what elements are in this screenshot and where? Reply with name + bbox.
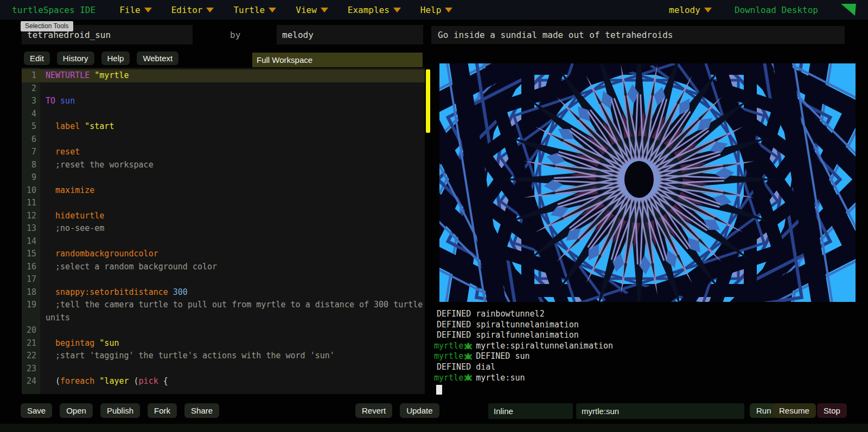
code-text: ;no-see-em [40, 222, 425, 235]
graphics-canvas-svg [439, 63, 856, 302]
line-number: 16 [22, 261, 40, 274]
editor-scrollbar[interactable] [426, 69, 430, 133]
fork-button[interactable]: Fork [148, 403, 177, 418]
code-line[interactable]: 18 snappy:setorbitdistance 300 [22, 286, 425, 299]
tab-edit[interactable]: Edit [24, 51, 50, 65]
tab-webtext[interactable]: Webtext [137, 51, 178, 65]
code-line[interactable]: 13 ;no-see-em [22, 222, 425, 235]
inline-mode-select[interactable]: Inline [488, 403, 573, 419]
save-button[interactable]: Save [21, 403, 52, 418]
turtle-icon [464, 353, 473, 360]
author-input[interactable] [277, 25, 423, 44]
code-text [40, 273, 425, 286]
console-text: DEFINED spiraltunnelanimation [437, 320, 579, 331]
description-input[interactable] [431, 26, 845, 44]
workspace-selector[interactable]: Full Workspace [252, 53, 423, 67]
console-line: myrtleDEFINED sun [434, 351, 857, 362]
turtle-prompt: myrtle [434, 373, 463, 384]
code-text: ;tell the camera turtle to pull out from… [40, 299, 425, 324]
menu-editor[interactable]: Editor [171, 5, 214, 15]
file-actions: Save Open Publish Fork Share [21, 403, 219, 418]
revert-button[interactable]: Revert [355, 403, 392, 418]
code-line[interactable]: 11 [22, 197, 425, 210]
code-text: (foreach "layer (pick { [40, 375, 425, 388]
line-number: 7 [22, 146, 40, 159]
code-line[interactable]: 7 reset [22, 146, 425, 159]
flag-logo-icon [841, 4, 856, 16]
code-line[interactable]: 10 maximize [22, 184, 425, 197]
download-desktop-link[interactable]: Download Desktop [735, 5, 818, 15]
update-button[interactable]: Update [400, 403, 439, 418]
tab-help[interactable]: Help [101, 51, 130, 65]
line-number: 17 [22, 273, 40, 286]
code-line[interactable]: 4 [22, 108, 425, 121]
tab-history[interactable]: History [57, 51, 94, 65]
code-line[interactable]: 23 [22, 363, 425, 376]
code-line[interactable]: 5 label "start [22, 120, 425, 133]
code-text: label "start [40, 120, 425, 133]
menu-file[interactable]: File [119, 5, 152, 15]
editor-tabs: Edit History Help Webtext [24, 51, 178, 65]
line-number: 2 [22, 82, 40, 95]
resume-button[interactable]: Resume [773, 403, 816, 418]
menu-view[interactable]: View [296, 5, 328, 15]
code-line[interactable]: 12 hideturtle [22, 210, 425, 223]
console-line: myrtlemyrtle:sun [434, 373, 857, 384]
console-text: DEFINED sun [476, 351, 529, 362]
code-line[interactable]: 22 ;start 'tagging' the turtle's actions… [22, 350, 425, 363]
selection-tools-tooltip: Selection Tools [21, 21, 73, 31]
user-menu[interactable]: melody [669, 5, 712, 15]
code-line[interactable]: 20 [22, 324, 425, 337]
code-line[interactable]: 3TO sun [22, 95, 425, 108]
line-number: 1 [22, 69, 40, 82]
menu-turtle[interactable]: Turtle [233, 5, 276, 15]
code-line[interactable]: 24 (foreach "layer (pick { [22, 375, 425, 388]
line-number: 20 [22, 324, 40, 337]
share-button[interactable]: Share [184, 403, 219, 418]
code-line[interactable]: 14 [22, 235, 425, 248]
line-number: 23 [22, 363, 40, 376]
line-number: 3 [22, 95, 40, 108]
code-line[interactable]: 15 randombackgroundcolor [22, 248, 425, 261]
line-number: 21 [22, 337, 40, 350]
by-label: by [230, 30, 240, 40]
code-line[interactable]: 16 ;select a random background color [22, 261, 425, 274]
stop-button[interactable]: Stop [817, 403, 847, 418]
line-number: 13 [22, 222, 40, 235]
console-text: myrtle:sun [476, 373, 525, 384]
chevron-down-icon [269, 8, 276, 12]
menu-examples[interactable]: Examples [348, 5, 401, 15]
code-text: snappy:setorbitdistance 300 [40, 286, 425, 299]
graphics-canvas[interactable] [439, 63, 856, 302]
code-editor[interactable]: 1NEWTURTLE "myrtle23TO sun45 label "star… [22, 68, 425, 394]
line-number: 4 [22, 108, 40, 121]
code-line[interactable]: 1NEWTURTLE "myrtle [22, 69, 425, 82]
code-line[interactable]: 8 ;reset the workspace [22, 159, 425, 172]
code-line[interactable]: 17 [22, 273, 425, 286]
code-text: maximize [40, 184, 425, 197]
chevron-down-icon [144, 8, 152, 12]
line-number: 9 [22, 171, 40, 184]
line-number: 6 [22, 133, 40, 146]
code-line[interactable]: 6 [22, 133, 425, 146]
code-text: hideturtle [40, 210, 425, 223]
code-text: ;select a random background color [40, 261, 425, 274]
code-text: NEWTURTLE "myrtle [40, 69, 425, 82]
app-title: turtleSpaces IDE [12, 5, 95, 15]
console-output[interactable]: DEFINED rainbowtunnel2DEFINED spiraltunn… [434, 309, 857, 397]
line-number: 8 [22, 159, 40, 172]
code-text: reset [40, 146, 425, 159]
menu-bar: turtleSpaces IDE File Editor Turtle View… [0, 0, 868, 20]
code-text [40, 108, 425, 121]
code-line[interactable]: 9 [22, 171, 425, 184]
code-line[interactable]: 2 [22, 82, 425, 95]
code-line[interactable]: 21 begintag "sun [22, 337, 425, 350]
open-button[interactable]: Open [60, 403, 93, 418]
line-number: 10 [22, 184, 40, 197]
menu-help[interactable]: Help [420, 5, 453, 15]
chevron-down-icon [321, 8, 328, 12]
console-line: DEFINED spiraltunnelanimation [434, 320, 857, 331]
code-line[interactable]: 19 ;tell the camera turtle to pull out f… [22, 299, 425, 324]
publish-button[interactable]: Publish [100, 403, 140, 418]
command-input[interactable] [576, 403, 744, 419]
